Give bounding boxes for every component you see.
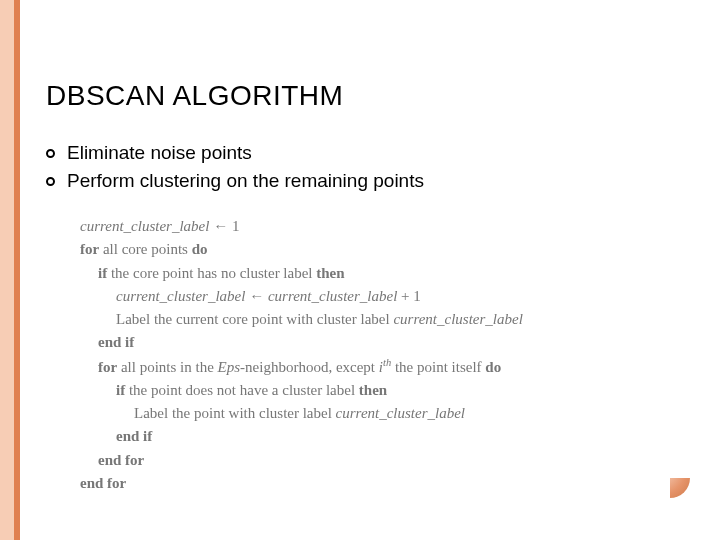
bullet-icon [46,149,55,158]
bullet-item: Perform clustering on the remaining poin… [46,170,424,192]
pseudocode-line: current_cluster_label ← current_cluster_… [80,285,670,308]
pseudocode-line: end if [80,331,670,354]
pseudocode-line: end if [80,425,670,448]
pseudocode-line: for all points in the Eps-neighborhood, … [80,355,670,379]
slide-title: DBSCAN ALGORITHM [46,80,343,112]
slide: DBSCAN ALGORITHM Eliminate noise points … [0,0,720,540]
bullet-icon [46,177,55,186]
left-border-inner [14,0,20,540]
pseudocode-line: end for [80,449,670,472]
pseudocode-line: end for [80,472,670,495]
bullet-text: Perform clustering on the remaining poin… [67,170,424,192]
bullet-list: Eliminate noise points Perform clusterin… [46,142,424,198]
pseudocode-line: if the point does not have a cluster lab… [80,379,670,402]
pseudocode-line: current_cluster_label ← 1 [80,215,670,238]
pseudocode-line: Label the current core point with cluste… [80,308,670,331]
pseudocode-block: current_cluster_label ← 1 for all core p… [80,215,670,495]
bullet-text: Eliminate noise points [67,142,252,164]
bullet-item: Eliminate noise points [46,142,424,164]
pseudocode-line: if the core point has no cluster label t… [80,262,670,285]
pseudocode-line: Label the point with cluster label curre… [80,402,670,425]
pseudocode-line: for all core points do [80,238,670,261]
